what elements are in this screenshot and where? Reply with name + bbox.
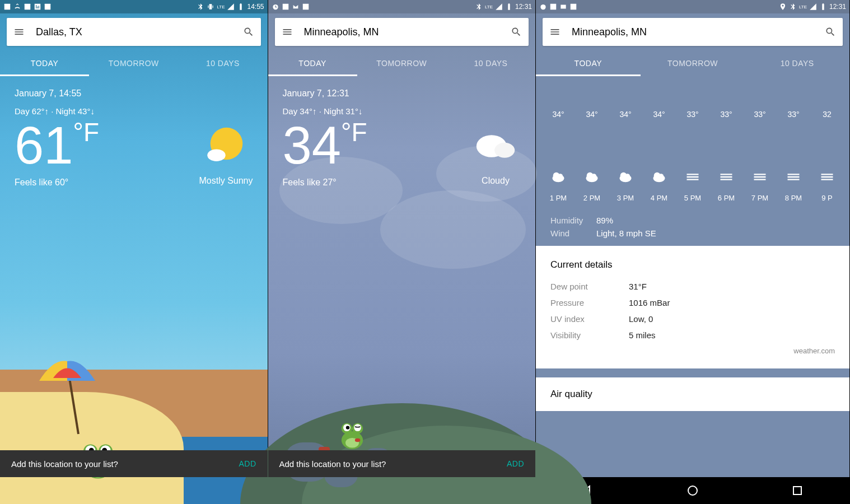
svg-rect-1 — [25, 4, 31, 10]
tabs: TODAY TOMORROW 10 DAYS — [536, 50, 849, 76]
nav-recent[interactable] — [791, 484, 804, 497]
snackbar-action-add[interactable]: ADD — [507, 459, 524, 468]
tab-tomorrow[interactable]: TOMORROW — [89, 50, 178, 76]
svg-point-27 — [354, 438, 360, 442]
hourly-column[interactable]: 33°8 PM — [777, 110, 810, 202]
hourly-column[interactable]: 33°7 PM — [743, 110, 777, 202]
svg-point-30 — [494, 143, 515, 158]
weather-summary: January 7, 12:31 Day 34°↑ · Night 31°↓ 3… — [268, 76, 536, 200]
hourly-time: 2 PM — [575, 194, 609, 202]
feels-like: Feels like 60° — [15, 178, 99, 188]
app-icon — [302, 3, 310, 11]
status-time: 12:31 — [515, 3, 532, 11]
mail-icon — [559, 3, 567, 11]
air-quality-card: Air quality — [536, 377, 849, 411]
tabs: TODAY TOMORROW 10 DAYS — [268, 50, 536, 76]
app-icon — [569, 3, 577, 11]
fog-icon — [819, 169, 835, 185]
tab-10days[interactable]: 10 DAYS — [745, 50, 849, 76]
bluetooth-icon — [475, 3, 483, 11]
tab-today[interactable]: TODAY — [536, 50, 641, 76]
signal-icon — [227, 3, 235, 11]
current-temp: 34°F — [283, 119, 367, 172]
search-box[interactable] — [543, 18, 843, 46]
hourly-forecast[interactable]: 34°1 PM34°2 PM34°3 PM34°4 PM33°5 PM33°6 … — [536, 76, 849, 202]
search-input[interactable] — [304, 26, 511, 38]
fog-icon — [718, 169, 734, 185]
hourly-temp: 32 — [810, 110, 844, 119]
hourly-time: 7 PM — [743, 194, 777, 202]
svg-rect-0 — [4, 4, 11, 10]
vibrate-icon — [207, 3, 214, 11]
condition-icon-cloudy — [470, 121, 521, 171]
snackbar: Add this location to your list? ADD — [268, 450, 536, 477]
hourly-time: 5 PM — [676, 194, 709, 202]
svg-point-44 — [625, 174, 630, 179]
hourly-temp: 33° — [743, 110, 777, 119]
day-night-temps: Day 34°↑ · Night 31°↓ — [283, 106, 521, 116]
search-icon[interactable] — [825, 26, 836, 38]
cloud-icon — [584, 169, 600, 185]
tab-10days[interactable]: 10 DAYS — [446, 50, 535, 76]
mail-icon — [292, 3, 300, 11]
hourly-time: 1 PM — [541, 194, 575, 202]
svg-point-26 — [345, 426, 349, 429]
condition-text: Cloudy — [470, 176, 521, 186]
menu-icon[interactable] — [13, 26, 25, 38]
status-time: 14:55 — [247, 3, 264, 11]
svg-point-38 — [558, 174, 563, 179]
hourly-column[interactable]: 34°1 PM — [541, 110, 575, 202]
feels-like: Feels like 27° — [283, 178, 367, 188]
cloud-icon — [618, 169, 633, 185]
signal-icon — [809, 3, 817, 11]
tab-today[interactable]: TODAY — [268, 50, 357, 76]
current-details-card: Current details Dew point31°FPressure101… — [536, 246, 849, 368]
svg-point-47 — [658, 174, 664, 179]
search-icon[interactable] — [243, 26, 254, 38]
menu-icon[interactable] — [549, 26, 561, 38]
svg-point-14 — [208, 149, 226, 161]
svg-rect-2 — [45, 4, 51, 10]
detail-row: UV indexLow, 0 — [550, 314, 835, 324]
day-night-temps: Day 62°↑ · Night 43°↓ — [15, 106, 253, 116]
hourly-temp: 33° — [777, 110, 810, 119]
search-input[interactable] — [572, 26, 825, 38]
hourly-temp: 33° — [676, 110, 709, 119]
status-time: 12:31 — [829, 3, 846, 11]
snackbar-text: Add this location to your list? — [279, 459, 386, 469]
hourly-temp: 34° — [642, 110, 676, 119]
search-box[interactable] — [7, 18, 261, 46]
tab-tomorrow[interactable]: TOMORROW — [357, 50, 446, 76]
air-quality-title: Air quality — [550, 389, 835, 400]
hourly-column[interactable]: 34°2 PM — [575, 110, 609, 202]
tab-tomorrow[interactable]: TOMORROW — [641, 50, 745, 76]
tab-today[interactable]: TODAY — [0, 50, 89, 76]
phone-panel-3: LTE 12:31 TODAY TOMORROW 10 DAYS 34°1 PM… — [536, 0, 850, 504]
hourly-column[interactable]: 329 P — [810, 110, 844, 202]
date-line: January 7, 14:55 — [15, 88, 253, 99]
search-icon[interactable] — [511, 26, 522, 38]
hourly-column[interactable]: 34°3 PM — [609, 110, 642, 202]
attribution[interactable]: weather.com — [550, 347, 835, 355]
condition-text: Mostly Sunny — [199, 176, 253, 186]
tabs: TODAY TOMORROW 10 DAYS — [0, 50, 268, 76]
svg-point-41 — [591, 174, 596, 179]
search-box[interactable] — [275, 18, 529, 46]
hourly-column[interactable]: 33°6 PM — [709, 110, 743, 202]
detail-row: Dew point31°F — [550, 282, 835, 291]
search-input[interactable] — [36, 26, 243, 38]
details-title: Current details — [550, 259, 835, 270]
status-bar: LTE 12:31 — [268, 0, 536, 13]
hourly-column[interactable]: 34°4 PM — [642, 110, 676, 202]
cloud-icon — [550, 169, 566, 185]
alarm-icon — [539, 3, 547, 11]
fog-icon — [685, 169, 700, 185]
nav-home[interactable] — [686, 484, 699, 497]
menu-icon[interactable] — [282, 26, 293, 38]
tab-10days[interactable]: 10 DAYS — [178, 50, 267, 76]
fog-icon — [786, 169, 801, 185]
fog-icon — [752, 169, 768, 185]
snackbar-action-add[interactable]: ADD — [239, 459, 256, 468]
humidity-row: Humidity 89% — [550, 216, 835, 225]
hourly-column[interactable]: 33°5 PM — [676, 110, 709, 202]
